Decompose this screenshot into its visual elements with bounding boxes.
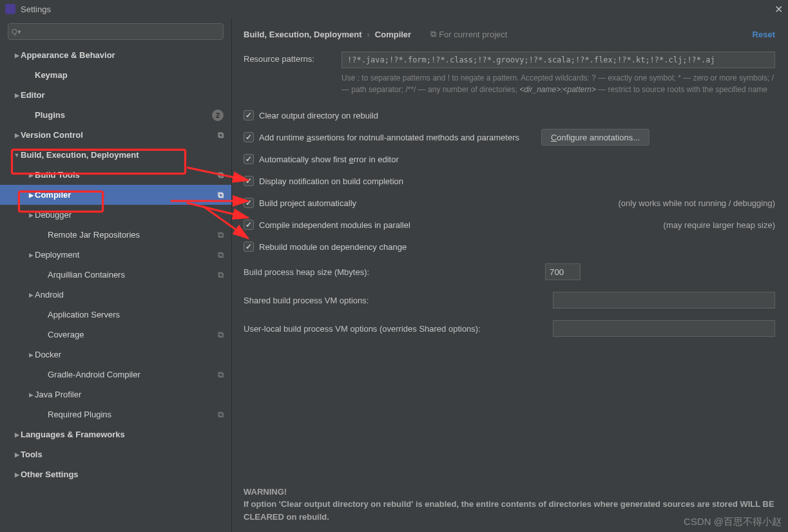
clear-output-checkbox[interactable] <box>244 110 254 120</box>
build-auto-note: (only works while not running / debuggin… <box>618 198 775 208</box>
app-icon <box>5 4 15 14</box>
notif-label: Display notification on build completion <box>259 176 403 186</box>
sidebar-item-arquillian[interactable]: Arquillian Containers⧉ <box>0 265 231 285</box>
resource-row: Resource patterns: <box>244 52 775 68</box>
window-title: Settings <box>21 5 774 14</box>
project-scope-icon: ⧉ <box>218 270 224 280</box>
auto-error-checkbox[interactable] <box>244 154 254 164</box>
build-auto-checkbox[interactable] <box>244 198 254 208</box>
sidebar-item-editor[interactable]: ▶Editor <box>0 85 231 105</box>
project-scope-icon: ⧉ <box>430 29 436 39</box>
warning-body: If option 'Clear output directory on reb… <box>244 498 775 523</box>
warning-title: WARNING! <box>244 486 775 499</box>
reset-link[interactable]: Reset <box>753 30 775 39</box>
resource-patterns-label: Resource patterns: <box>244 52 334 64</box>
sidebar-item-tools[interactable]: ▶Tools <box>0 444 231 464</box>
sidebar-item-gradle-android[interactable]: Gradle-Android Compiler⧉ <box>0 365 231 385</box>
user-vm-row: User-local build process VM options (ove… <box>244 314 775 343</box>
sidebar: Q▾ ▶Appearance & Behavior Keymap ▶Editor… <box>0 18 232 532</box>
breadcrumb-parent[interactable]: Build, Execution, Deployment <box>244 30 361 39</box>
sidebar-item-languages[interactable]: ▶Languages & Frameworks <box>0 424 231 444</box>
settings-tree: ▶Appearance & Behavior Keymap ▶Editor Pl… <box>0 45 231 532</box>
sidebar-item-android[interactable]: ▶Android <box>0 285 231 305</box>
clear-output-row: Clear output directory on rebuild <box>244 104 775 126</box>
sidebar-item-coverage[interactable]: Coverage⧉ <box>0 325 231 345</box>
parallel-label: Compile independent modules in parallel <box>259 220 410 230</box>
notif-row: Display notification on build completion <box>244 170 775 192</box>
parallel-checkbox[interactable] <box>244 220 254 230</box>
breadcrumb-current: Compiler <box>375 30 411 39</box>
rebuild-dep-checkbox[interactable] <box>244 242 254 252</box>
project-scope-icon: ⧉ <box>218 170 224 180</box>
project-scope-icon: ⧉ <box>218 190 224 200</box>
sidebar-item-compiler[interactable]: ▶Compiler⧉ <box>0 185 231 205</box>
heap-label: Build process heap size (Mbytes): <box>244 267 369 277</box>
sidebar-item-other-settings[interactable]: ▶Other Settings <box>0 464 231 484</box>
notif-checkbox[interactable] <box>244 176 254 186</box>
resource-help: Use ; to separate patterns and ! to nega… <box>341 72 775 95</box>
sidebar-item-remote-jar[interactable]: Remote Jar Repositories⧉ <box>0 225 231 245</box>
breadcrumb-row: Build, Execution, Deployment › Compiler … <box>244 26 775 43</box>
sidebar-item-plugins[interactable]: Plugins2 <box>0 105 231 125</box>
runtime-assert-row: Add runtime assertions for notnull-annot… <box>244 126 775 148</box>
content-pane: Build, Execution, Deployment › Compiler … <box>232 18 788 532</box>
sidebar-item-docker[interactable]: ▶Docker <box>0 345 231 365</box>
runtime-assert-checkbox[interactable] <box>244 132 254 142</box>
build-auto-row: Build project automatically (only works … <box>244 192 775 214</box>
configure-annotations-button[interactable]: Configure annotations... <box>541 129 649 146</box>
close-icon[interactable]: ✕ <box>774 3 783 15</box>
sidebar-item-appearance[interactable]: ▶Appearance & Behavior <box>0 45 231 65</box>
project-scope-icon: ⧉ <box>218 410 224 420</box>
dialog-body: Q▾ ▶Appearance & Behavior Keymap ▶Editor… <box>0 18 788 532</box>
chevron-right-icon: › <box>367 30 369 39</box>
shared-vm-label: Shared build process VM options: <box>244 296 369 305</box>
user-vm-input[interactable] <box>553 320 775 337</box>
sidebar-item-keymap[interactable]: Keymap <box>0 65 231 85</box>
rebuild-dep-row: Rebuild module on dependency change <box>244 236 775 258</box>
parallel-row: Compile independent modules in parallel … <box>244 214 775 236</box>
for-current-project: ⧉ For current project <box>430 29 507 39</box>
heap-row: Build process heap size (Mbytes): <box>244 258 775 286</box>
project-scope-icon: ⧉ <box>218 130 224 140</box>
search-icon: Q▾ <box>12 28 21 36</box>
sidebar-item-java-profiler[interactable]: ▶Java Profiler <box>0 385 231 404</box>
project-scope-icon: ⧉ <box>218 250 224 260</box>
search-input[interactable] <box>8 23 224 40</box>
user-vm-label: User-local build process VM options (ove… <box>244 324 481 334</box>
sidebar-item-version-control[interactable]: ▶Version Control⧉ <box>0 125 231 145</box>
sidebar-item-build-tools[interactable]: ▶Build Tools⧉ <box>0 165 231 185</box>
breadcrumb: Build, Execution, Deployment › Compiler <box>244 30 411 39</box>
project-scope-icon: ⧉ <box>218 330 224 340</box>
plugins-badge: 2 <box>212 109 224 121</box>
shared-vm-row: Shared build process VM options: <box>244 286 775 314</box>
resource-patterns-input[interactable] <box>341 52 775 68</box>
sidebar-item-build-exec-deploy[interactable]: ▼Build, Execution, Deployment <box>0 145 231 165</box>
clear-output-label: Clear output directory on rebuild <box>259 111 378 120</box>
auto-error-label: Automatically show first error in editor <box>259 155 399 164</box>
heap-input[interactable] <box>545 263 581 280</box>
project-scope-icon: ⧉ <box>218 370 224 380</box>
sidebar-item-deployment[interactable]: ▶Deployment⧉ <box>0 245 231 265</box>
project-scope-icon: ⧉ <box>218 230 224 240</box>
search-wrap: Q▾ <box>0 18 231 45</box>
parallel-note: (may require larger heap size) <box>664 220 775 230</box>
sidebar-item-app-servers[interactable]: Application Servers <box>0 305 231 325</box>
titlebar: Settings ✕ <box>0 0 788 18</box>
runtime-assert-label: Add runtime assertions for notnull-annot… <box>259 133 519 142</box>
sidebar-item-required-plugins[interactable]: Required Plugins⧉ <box>0 404 231 424</box>
rebuild-dep-label: Rebuild module on dependency change <box>259 242 407 252</box>
for-project-label: For current project <box>439 30 507 39</box>
warning-block: WARNING! If option 'Clear output directo… <box>244 486 775 526</box>
shared-vm-input[interactable] <box>553 292 775 309</box>
auto-error-row: Automatically show first error in editor <box>244 148 775 170</box>
build-auto-label: Build project automatically <box>259 198 356 208</box>
sidebar-item-debugger[interactable]: ▶Debugger <box>0 205 231 225</box>
